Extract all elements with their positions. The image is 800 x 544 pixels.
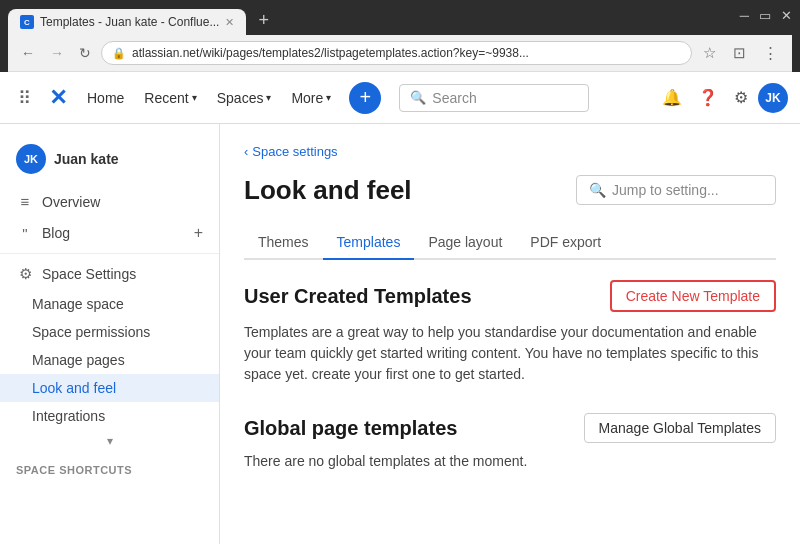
new-tab-button[interactable]: + — [250, 6, 277, 35]
more-options-icon[interactable]: ⋮ — [757, 41, 784, 65]
tabs-bar: Themes Templates Page layout PDF export — [244, 226, 776, 260]
sidebar: JK Juan kate ≡ Overview " Blog + ⚙ Space… — [0, 124, 220, 544]
blog-icon: " — [16, 225, 34, 242]
scroll-down-indicator: ▾ — [0, 430, 219, 452]
sidebar-user-section: JK Juan kate — [0, 136, 219, 186]
sidebar-item-look-and-feel[interactable]: Look and feel — [0, 374, 219, 402]
tab-templates[interactable]: Templates — [323, 226, 415, 260]
tab-favicon: C — [20, 15, 34, 29]
jump-to-setting-input[interactable]: 🔍 Jump to setting... — [576, 175, 776, 205]
sidebar-username: Juan kate — [54, 151, 119, 167]
url-text: atlassian.net/wiki/pages/templates2/list… — [132, 46, 529, 60]
more-nav-link[interactable]: More ▾ — [283, 84, 339, 112]
create-button[interactable]: + — [349, 82, 381, 114]
search-icon: 🔍 — [410, 90, 426, 105]
user-created-templates-section: User Created Templates Create New Templa… — [244, 280, 776, 385]
global-page-templates-section: Global page templates Manage Global Temp… — [244, 413, 776, 469]
confluence-logo: ✕ — [49, 85, 67, 111]
tab-close-icon[interactable]: ✕ — [225, 16, 234, 29]
tab-themes[interactable]: Themes — [244, 226, 323, 260]
overview-icon: ≡ — [16, 193, 34, 210]
home-nav-link[interactable]: Home — [79, 84, 132, 112]
search-icon: 🔍 — [589, 182, 606, 198]
active-browser-tab[interactable]: C Templates - Juan kate - Conflue... ✕ — [8, 9, 246, 35]
minimize-icon[interactable]: ─ — [740, 8, 749, 23]
notification-bell-icon[interactable]: 🔔 — [656, 82, 688, 113]
address-bar[interactable]: 🔒 atlassian.net/wiki/pages/templates2/li… — [101, 41, 692, 65]
back-button[interactable]: ← — [16, 42, 40, 64]
sidebar-item-space-permissions[interactable]: Space permissions — [0, 318, 219, 346]
extensions-icon[interactable]: ⊡ — [727, 41, 752, 65]
sidebar-item-manage-space[interactable]: Manage space — [0, 290, 219, 318]
breadcrumb[interactable]: ‹ Space settings — [244, 144, 776, 159]
manage-global-templates-button[interactable]: Manage Global Templates — [584, 413, 776, 443]
window-controls: ─ ▭ ✕ — [740, 8, 792, 23]
breadcrumb-label: Space settings — [252, 144, 337, 159]
jump-placeholder: Jump to setting... — [612, 182, 719, 198]
sidebar-item-blog[interactable]: " Blog + — [0, 217, 219, 249]
space-shortcuts-section-label: SPACE SHORTCUTS — [0, 452, 219, 480]
close-icon[interactable]: ✕ — [781, 8, 792, 23]
app-grid-button[interactable]: ⠿ — [12, 81, 37, 115]
restore-icon[interactable]: ▭ — [759, 8, 771, 23]
help-icon[interactable]: ❓ — [692, 82, 724, 113]
tab-title: Templates - Juan kate - Conflue... — [40, 15, 219, 29]
breadcrumb-arrow: ‹ — [244, 144, 248, 159]
bookmark-icon[interactable]: ☆ — [697, 41, 722, 65]
create-new-template-button[interactable]: Create New Template — [610, 280, 776, 312]
recent-nav-link[interactable]: Recent ▾ — [136, 84, 204, 112]
search-placeholder: Search — [432, 90, 476, 106]
sidebar-item-space-settings[interactable]: ⚙ Space Settings — [0, 258, 219, 290]
refresh-button[interactable]: ↻ — [74, 42, 96, 64]
main-content: ‹ Space settings Look and feel 🔍 Jump to… — [220, 124, 800, 544]
page-title: Look and feel — [244, 175, 412, 206]
user-created-templates-title: User Created Templates — [244, 285, 472, 308]
tab-pdf-export[interactable]: PDF export — [516, 226, 615, 260]
tab-page-layout[interactable]: Page layout — [414, 226, 516, 260]
avatar: JK — [16, 144, 46, 174]
sidebar-item-overview[interactable]: ≡ Overview — [0, 186, 219, 217]
forward-button[interactable]: → — [45, 42, 69, 64]
sidebar-item-manage-pages[interactable]: Manage pages — [0, 346, 219, 374]
sidebar-item-integrations[interactable]: Integrations — [0, 402, 219, 430]
no-global-templates-text: There are no global templates at the mom… — [244, 453, 776, 469]
settings-icon[interactable]: ⚙ — [728, 82, 754, 113]
space-settings-icon: ⚙ — [16, 265, 34, 283]
spaces-nav-link[interactable]: Spaces ▾ — [209, 84, 280, 112]
global-templates-title: Global page templates — [244, 417, 457, 440]
search-bar[interactable]: 🔍 Search — [399, 84, 589, 112]
user-avatar-button[interactable]: JK — [758, 83, 788, 113]
add-blog-icon[interactable]: + — [194, 224, 203, 242]
lock-icon: 🔒 — [112, 47, 126, 60]
user-created-templates-description: Templates are a great way to help you st… — [244, 322, 776, 385]
